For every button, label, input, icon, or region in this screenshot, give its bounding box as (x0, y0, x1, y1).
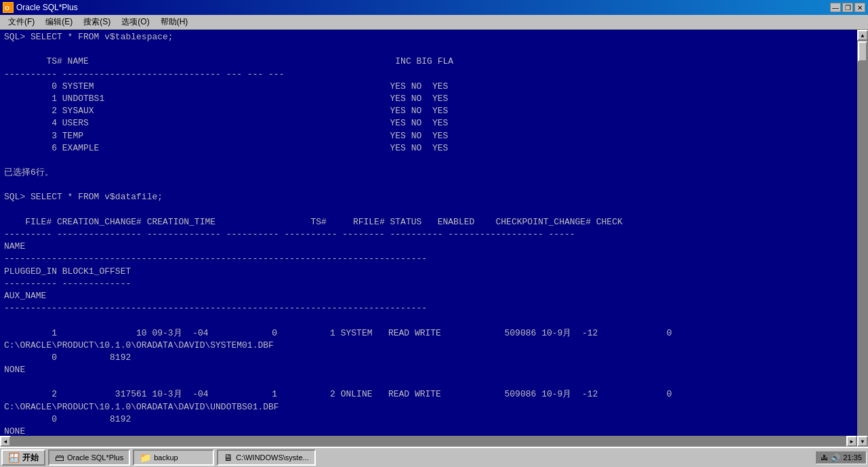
menubar: 文件(F)编辑(E)搜索(S)选项(O)帮助(H) (0, 15, 868, 30)
taskbar-backup-label: backup (154, 453, 178, 462)
scroll-right-button[interactable]: ► (846, 436, 857, 447)
hscroll-track (11, 436, 846, 447)
volume-icon: 🔊 (831, 453, 840, 462)
start-button[interactable]: 🪟 开始 (1, 449, 45, 466)
cmd-icon: 🖥 (224, 452, 233, 463)
svg-text:O: O (5, 5, 9, 12)
close-button[interactable]: ✕ (854, 3, 865, 12)
taskbar: 🪟 开始 🗃 Oracle SQL*Plus 📁 backup 🖥 C:\WIN… (0, 447, 868, 467)
network-icon: 🖧 (821, 453, 828, 462)
scroll-down-button[interactable]: ▼ (857, 436, 868, 447)
taskbar-windows[interactable]: 🖥 C:\WINDOWS\syste... (217, 449, 316, 466)
scroll-left-button[interactable]: ◄ (0, 436, 11, 447)
titlebar-title: Oracle SQL*Plus (16, 3, 78, 12)
menu-item-h[interactable]: 帮助(H) (155, 15, 194, 29)
start-icon: 🪟 (8, 452, 20, 463)
minimize-button[interactable]: — (830, 3, 841, 12)
titlebar-buttons: — ❐ ✕ (830, 3, 865, 12)
taskbar-time: 21:35 (843, 453, 862, 462)
scroll-thumb[interactable] (858, 41, 867, 62)
restore-button[interactable]: ❐ (842, 3, 853, 12)
folder-icon: 📁 (140, 452, 151, 463)
menu-item-o[interactable]: 选项(O) (116, 15, 154, 29)
titlebar-left: O Oracle SQL*Plus (3, 2, 78, 13)
start-label: 开始 (22, 452, 39, 464)
titlebar-icon: O (3, 2, 14, 13)
menu-item-e[interactable]: 编辑(E) (40, 15, 78, 29)
oracle-icon: 🗃 (55, 452, 64, 463)
menu-item-s[interactable]: 搜索(S) (78, 15, 116, 29)
taskbar-backup[interactable]: 📁 backup (133, 449, 214, 466)
terminal-output: SQL> SELECT * FROM v$tablespace; TS# NAM… (0, 30, 857, 436)
menu-item-f[interactable]: 文件(F) (3, 15, 40, 29)
taskbar-oracle-sqlplus[interactable]: 🗃 Oracle SQL*Plus (48, 449, 130, 466)
horizontal-scrollbar[interactable]: ◄ ► (0, 436, 857, 447)
taskbar-tray: 🖧 🔊 21:35 (816, 451, 867, 464)
main-window: SQL> SELECT * FROM v$tablespace; TS# NAM… (0, 30, 868, 447)
taskbar-oracle-label: Oracle SQL*Plus (67, 453, 123, 462)
titlebar: O Oracle SQL*Plus — ❐ ✕ (0, 0, 868, 15)
sql-output: SQL> SELECT * FROM v$tablespace; TS# NAM… (4, 31, 853, 436)
vertical-scrollbar[interactable]: ▲ ▼ (857, 30, 868, 447)
taskbar-windows-label: C:\WINDOWS\syste... (236, 453, 309, 462)
scroll-up-button[interactable]: ▲ (857, 30, 868, 41)
scroll-track (857, 41, 868, 436)
